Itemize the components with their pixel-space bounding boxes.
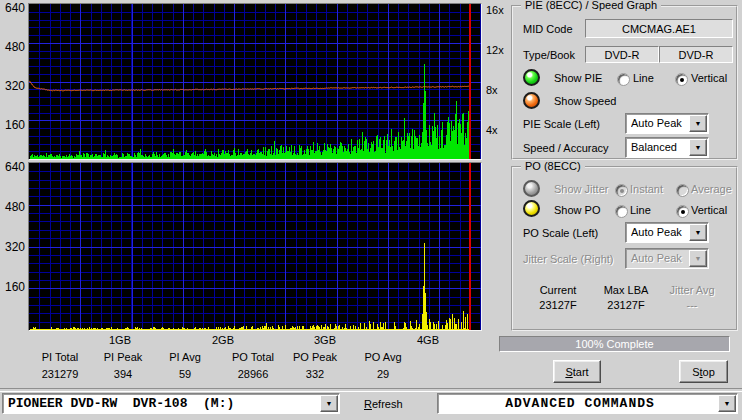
current-label: Current xyxy=(523,284,593,296)
jitter-average-radio xyxy=(676,184,689,197)
pie-scale-label: PIE Scale (Left) xyxy=(523,118,600,130)
x-axis-label: 2GB xyxy=(203,334,243,346)
stat-po-avg: PO Avg 29 xyxy=(338,351,428,380)
max-lba-label: Max LBA xyxy=(591,284,661,296)
current-value: 23127F xyxy=(523,299,593,311)
refresh-button[interactable]: Refresh xyxy=(364,398,403,410)
dropdown-arrow-icon[interactable]: ▼ xyxy=(320,395,338,412)
book-type-value: DVD-R xyxy=(679,49,714,61)
speed-axis-label: 4x xyxy=(486,124,512,136)
advanced-commands-dropdown[interactable]: ADVANCED COMMANDS ▼ xyxy=(437,393,738,414)
show-pie-label: Show PIE xyxy=(554,72,602,84)
po-vertical-label[interactable]: Vertical xyxy=(691,204,727,216)
mid-code-label: MID Code xyxy=(523,23,573,35)
po-scale-value: Auto Peak xyxy=(631,226,688,238)
po-group-title: PO (8ECC) xyxy=(521,160,585,172)
show-speed-led-button[interactable] xyxy=(523,92,540,109)
pie-speed-graph-canvas xyxy=(29,4,481,159)
po-y-axis-label: 320 xyxy=(0,240,25,254)
jitter-average-label: Average xyxy=(691,183,732,195)
scan-progress-bar: 100% Complete xyxy=(499,336,730,352)
disc-type-field: DVD-R xyxy=(585,46,659,63)
speed-axis-label: 12x xyxy=(486,44,512,56)
x-axis-label: 1GB xyxy=(100,334,140,346)
speed-axis-label: 8x xyxy=(486,84,512,96)
x-axis-label: 4GB xyxy=(408,334,448,346)
po-scale-label: PO Scale (Left) xyxy=(523,227,598,239)
show-pie-led-button[interactable] xyxy=(523,69,540,86)
drive-select-dropdown[interactable]: PIONEER DVD-RW DVR-108 (M:) ▼ xyxy=(2,393,340,414)
speed-accuracy-value: Balanced xyxy=(631,141,688,153)
drive-name: PIONEER DVD-RW DVR-108 (M:) xyxy=(8,396,319,411)
disc-quality-scan-window: 640 480 320 160 640 480 320 160 16x 12x … xyxy=(0,0,742,420)
start-button[interactable]: Start xyxy=(553,360,601,383)
disc-type-value: DVD-R xyxy=(605,49,640,61)
jitter-scale-label: Jitter Scale (Right) xyxy=(523,253,613,265)
jitter-avg-label: Jitter Avg xyxy=(657,284,727,296)
dropdown-arrow-icon[interactable]: ▼ xyxy=(718,395,736,412)
jitter-avg-value: --- xyxy=(657,299,727,311)
type-book-label: Type/Book xyxy=(523,49,575,61)
stop-button-label: S xyxy=(692,366,699,378)
speed-accuracy-label: Speed / Accuracy xyxy=(523,142,609,154)
po-group: PO (8ECC) Show Jitter Instant Average Sh… xyxy=(511,166,738,331)
pie-speed-group: PIE (8ECC) / Speed Graph MID Code CMCMAG… xyxy=(511,5,738,160)
show-po-label: Show PO xyxy=(554,204,600,216)
pie-line-label[interactable]: Line xyxy=(633,72,654,84)
progress-text: 100% Complete xyxy=(500,338,729,350)
po-vertical-radio[interactable] xyxy=(676,205,689,218)
dropdown-arrow-icon[interactable]: ▼ xyxy=(689,139,707,156)
po-line-radio[interactable] xyxy=(615,205,628,218)
x-axis-label: 3GB xyxy=(305,334,345,346)
pie-vertical-label[interactable]: Vertical xyxy=(691,72,727,84)
show-po-led-button[interactable] xyxy=(523,200,540,217)
po-graph-canvas xyxy=(29,163,481,330)
stop-button[interactable]: Stop xyxy=(679,360,728,383)
stat-value: 29 xyxy=(338,368,428,380)
pie-y-axis-label: 320 xyxy=(0,79,25,93)
pie-scale-value: Auto Peak xyxy=(631,117,688,129)
pie-y-axis-label: 160 xyxy=(0,118,25,132)
book-type-field: DVD-R xyxy=(659,46,733,63)
po-y-axis-label: 640 xyxy=(0,160,25,174)
pie-speed-group-title: PIE (8ECC) / Speed Graph xyxy=(521,0,661,11)
mid-code-value: CMCMAG.AE1 xyxy=(622,23,696,35)
pie-y-axis-label: 640 xyxy=(0,1,25,15)
pie-y-axis-label: 480 xyxy=(0,40,25,54)
po-line-label[interactable]: Line xyxy=(630,204,651,216)
max-lba-value: 23127F xyxy=(591,299,661,311)
po-y-axis-label: 160 xyxy=(0,280,25,294)
show-jitter-led-button xyxy=(523,180,540,197)
refresh-label: R xyxy=(364,398,372,410)
start-button-label: S xyxy=(565,366,572,378)
show-speed-label: Show Speed xyxy=(554,95,616,107)
jitter-instant-label: Instant xyxy=(630,183,663,195)
speed-accuracy-dropdown[interactable]: Balanced ▼ xyxy=(625,137,709,158)
show-jitter-label: Show Jitter xyxy=(554,183,608,195)
po-y-axis-label: 480 xyxy=(0,200,25,214)
jitter-instant-radio xyxy=(615,184,628,197)
pie-scale-dropdown[interactable]: Auto Peak ▼ xyxy=(625,113,709,134)
pie-line-radio[interactable] xyxy=(617,73,630,86)
po-scale-dropdown[interactable]: Auto Peak ▼ xyxy=(625,222,709,243)
divider xyxy=(0,388,742,392)
start-button-label: tart xyxy=(573,366,589,378)
speed-axis-label: 16x xyxy=(486,4,512,16)
dropdown-arrow-icon[interactable]: ▼ xyxy=(689,224,707,241)
mid-code-field: CMCMAG.AE1 xyxy=(585,19,733,38)
stop-button-label: op xyxy=(703,366,715,378)
advanced-commands-value: ADVANCED COMMANDS xyxy=(443,396,717,411)
pie-speed-graph-panel xyxy=(28,3,482,160)
jitter-scale-value: Auto Peak xyxy=(631,252,688,264)
dropdown-arrow-icon[interactable]: ▼ xyxy=(689,115,707,132)
refresh-label: efresh xyxy=(372,398,403,410)
pie-vertical-radio[interactable] xyxy=(675,73,688,86)
stat-label: PO Avg xyxy=(338,351,428,363)
dropdown-arrow-icon: ▼ xyxy=(689,250,707,267)
po-graph-panel xyxy=(28,162,482,331)
jitter-scale-dropdown: Auto Peak ▼ xyxy=(625,248,709,269)
